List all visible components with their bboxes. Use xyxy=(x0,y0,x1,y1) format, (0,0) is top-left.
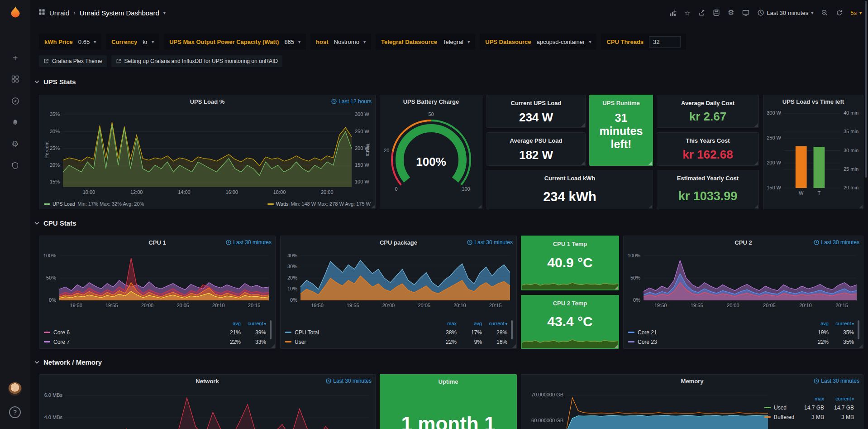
axis-tick: 25 min xyxy=(844,166,858,172)
panel-resize-handle[interactable] xyxy=(859,205,863,208)
time-range-picker[interactable]: Last 30 minutes ▾ xyxy=(758,10,813,16)
help-icon[interactable]: ? xyxy=(9,406,21,418)
legend-col-avg[interactable]: avg xyxy=(215,321,241,326)
breadcrumb-separator-icon: › xyxy=(73,9,76,16)
dashboard-title[interactable]: Unraid System Dashboard xyxy=(80,9,159,17)
sort-caret-icon: ▾ xyxy=(852,397,854,401)
panel-resize-handle[interactable] xyxy=(649,161,652,165)
link-ups-monitoring-guide[interactable]: Setting up Grafana and InfluxDB for UPS … xyxy=(111,55,283,67)
panel-resize-handle[interactable] xyxy=(581,161,585,165)
user-avatar[interactable] xyxy=(8,382,22,396)
panel-resize-handle[interactable] xyxy=(754,205,758,208)
legend-col-max[interactable]: max xyxy=(431,321,457,326)
share-button[interactable] xyxy=(698,9,705,16)
legend-series-ups-load[interactable]: UPS Load Min: 17% Max: 32% Avg: 20% xyxy=(44,201,144,207)
variable-telegraf-datasource[interactable]: Telegraf Datasource Telegraf ▾ xyxy=(376,34,475,50)
axis-tick: 20:00 xyxy=(722,303,744,308)
panel-resize-handle[interactable] xyxy=(512,344,516,348)
legend-col-current[interactable]: current▾ xyxy=(482,321,507,326)
link-grafana-plex-theme[interactable]: Grafana Plex Theme xyxy=(39,55,107,67)
series-color-dash xyxy=(285,332,291,333)
section-ups-stats[interactable]: UPS Stats xyxy=(34,78,76,86)
configuration-gear-icon[interactable]: ⚙ xyxy=(0,140,30,148)
panel-resize-handle[interactable] xyxy=(649,205,652,208)
dashboard-settings-gear-icon[interactable]: ⚙ xyxy=(728,9,734,16)
panel-resize-handle[interactable] xyxy=(754,123,758,127)
y-axis-title-left: Percent xyxy=(44,136,49,164)
axis-tick: 19:55 xyxy=(342,303,364,308)
panel-resize-handle[interactable] xyxy=(271,344,275,348)
alerting-bell-icon[interactable] xyxy=(0,119,30,128)
axis-tick: 50% xyxy=(630,275,640,280)
legend-col-avg[interactable]: avg xyxy=(457,321,482,326)
breadcrumb-app[interactable]: Unraid xyxy=(49,9,69,17)
legend-series-watts[interactable]: Watts Min: 148 W Max: 278 W Avg: 175 W xyxy=(267,201,371,207)
svg-text:0: 0 xyxy=(395,186,397,192)
cycle-view-monitor-icon[interactable] xyxy=(742,9,750,16)
navbar: Unraid › Unraid System Dashboard ▾ ☆ xyxy=(30,0,868,25)
legend-col-avg[interactable]: avg xyxy=(803,321,829,326)
axis-tick: 100 W xyxy=(355,179,369,184)
panel-resize-handle[interactable] xyxy=(615,286,618,289)
save-button[interactable] xyxy=(713,9,720,16)
axis-tick: 19:55 xyxy=(686,303,708,308)
axis-tick: 20:05 xyxy=(413,303,435,308)
time-range-caret-icon: ▾ xyxy=(811,10,813,15)
panel-resize-handle[interactable] xyxy=(615,344,618,348)
variable-currency[interactable]: Currency kr ▾ xyxy=(106,34,159,50)
variable-ups-datasource[interactable]: UPS Datasource apcupsd-container ▾ xyxy=(480,34,596,50)
panel-ups-load: UPS Load % Last 12 hours 15%20%25%30%35%… xyxy=(39,95,376,209)
create-plus-icon[interactable]: + xyxy=(0,53,30,63)
cpu1-temp-sparkline xyxy=(522,276,618,289)
refresh-interval-label: 5s xyxy=(850,10,857,16)
variable-host[interactable]: host Nostromo ▾ xyxy=(310,34,371,50)
chart-canvas xyxy=(522,334,618,348)
series-color-dash xyxy=(764,407,771,408)
dashboards-icon[interactable] xyxy=(0,75,30,85)
legend-scrollbar[interactable] xyxy=(511,320,513,339)
ups-load-legend: UPS Load Min: 17% Max: 32% Avg: 20% Watt… xyxy=(44,201,371,207)
zoom-out-button[interactable] xyxy=(821,9,828,16)
grafana-logo-icon[interactable] xyxy=(0,5,30,23)
explore-compass-icon[interactable] xyxy=(0,97,30,107)
panel-resize-handle[interactable] xyxy=(478,205,482,208)
panel-resize-handle[interactable] xyxy=(859,344,863,348)
add-panel-button[interactable] xyxy=(669,9,677,17)
dashboard-title-caret-icon[interactable]: ▾ xyxy=(163,10,166,15)
page-scrollbar[interactable] xyxy=(865,1,867,178)
legend-col-current[interactable]: current▾ xyxy=(829,321,854,326)
axis-tick: 40% xyxy=(287,253,297,258)
panel-resize-handle[interactable] xyxy=(371,205,375,208)
legend-row: Core 6 21% 39% xyxy=(44,328,266,337)
network-chart[interactable]: 2.0 MBs4.0 MBs6.0 MBs xyxy=(39,375,375,429)
section-cpu-stats[interactable]: CPU Stats xyxy=(34,219,76,227)
variable-ups-max-output[interactable]: UPS Max Output Power Capacity (Watt) 865… xyxy=(164,34,306,50)
legend-row: Buffered 3 MB 3 MB xyxy=(764,412,854,422)
refresh-button[interactable] xyxy=(836,10,843,16)
series-color-dash xyxy=(44,332,50,333)
legend-col-max[interactable]: max xyxy=(796,396,824,401)
ups-load-vs-time-chart[interactable]: WT150 W200 W250 W300 W20 min25 min30 min… xyxy=(763,95,863,209)
panel-cpu-package: CPU package Last 30 minutes 0%10%20%30%4… xyxy=(280,236,517,349)
chevron-down-icon xyxy=(34,359,40,365)
legend-col-current[interactable]: current▾ xyxy=(824,396,854,401)
legend-scrollbar[interactable] xyxy=(858,320,859,339)
axis-tick: 250 W xyxy=(767,135,781,140)
star-button[interactable]: ☆ xyxy=(684,10,690,16)
panel-resize-handle[interactable] xyxy=(754,161,758,165)
legend-col-current[interactable]: current▾ xyxy=(241,321,266,326)
refresh-interval-picker[interactable]: 5s ▾ xyxy=(850,10,862,16)
panel-resize-handle[interactable] xyxy=(581,123,585,127)
section-network-memory[interactable]: Network / Memory xyxy=(34,358,102,366)
panel-cpu1-temp: CPU 1 Temp 40.9 °C xyxy=(521,236,619,290)
variable-kwh-price[interactable]: kWh Price 0.65 ▾ xyxy=(39,34,101,50)
server-admin-shield-icon[interactable] xyxy=(0,162,30,171)
apps-grid-icon[interactable] xyxy=(38,9,45,17)
legend-row: Core 23 22% 35% xyxy=(628,337,854,347)
axis-tick: 19:55 xyxy=(101,303,123,308)
breadcrumb: Unraid › Unraid System Dashboard ▾ xyxy=(38,9,166,17)
ups-load-chart[interactable]: 15%20%25%30%35%100 W150 W200 W250 W300 W… xyxy=(39,95,375,209)
cpu-threads-input[interactable] xyxy=(649,36,681,48)
legend-scrollbar[interactable] xyxy=(270,320,272,339)
axis-tick: 300 W xyxy=(355,111,369,117)
